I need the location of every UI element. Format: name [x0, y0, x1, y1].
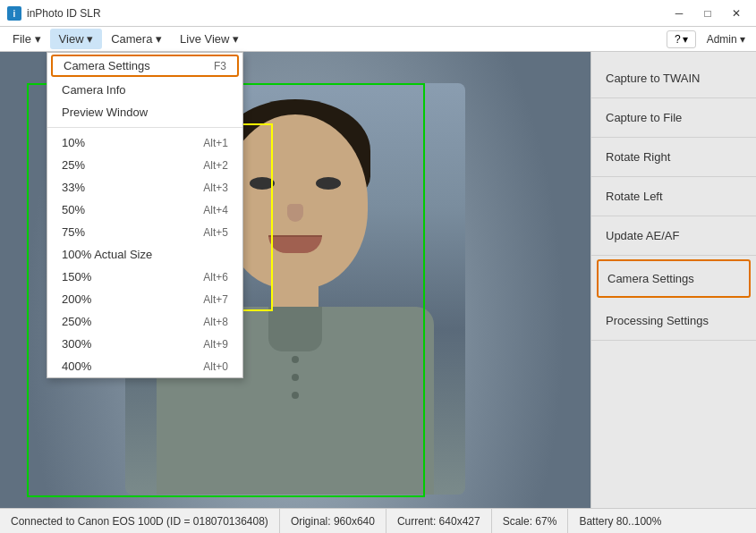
- status-connection: Connected to Canon EOS 100D (ID = 018070…: [0, 509, 280, 533]
- nose: [287, 204, 303, 222]
- processing-settings-button[interactable]: Processing Settings: [591, 301, 756, 341]
- dropdown-camera-settings[interactable]: Camera Settings F3: [51, 55, 239, 77]
- buttons-area: [292, 356, 299, 399]
- title-bar: i inPhoto ID SLR ─ □ ✕: [0, 0, 756, 27]
- close-button[interactable]: ✕: [724, 4, 749, 22]
- dropdown-50pct[interactable]: 50% Alt+4: [47, 199, 242, 221]
- status-scale: Scale: 67%: [492, 509, 569, 533]
- dropdown-33pct[interactable]: 33% Alt+3: [47, 176, 242, 199]
- dropdown-75pct[interactable]: 75% Alt+5: [47, 221, 242, 243]
- window-controls: ─ □ ✕: [667, 4, 749, 22]
- dropdown-300pct[interactable]: 300% Alt+9: [47, 333, 242, 355]
- menu-liveview[interactable]: Live View ▾: [171, 29, 248, 49]
- rotate-left-button[interactable]: Rotate Left: [591, 177, 756, 216]
- right-eye: [316, 177, 341, 190]
- dropdown-200pct[interactable]: 200% Alt+7: [47, 288, 242, 310]
- menu-bar-right: ? ▾ Admin ▾: [667, 30, 752, 48]
- dropdown-250pct[interactable]: 250% Alt+8: [47, 310, 242, 333]
- update-aeaf-button[interactable]: Update AE/AF: [591, 216, 756, 256]
- dropdown-camera-info[interactable]: Camera Info: [47, 79, 242, 101]
- dropdown-400pct[interactable]: 400% Alt+0: [47, 355, 242, 377]
- camera-settings-button[interactable]: Camera Settings: [597, 259, 751, 298]
- status-bar: Connected to Canon EOS 100D (ID = 018070…: [0, 508, 756, 533]
- menu-camera[interactable]: Camera ▾: [102, 29, 171, 49]
- status-battery: Battery 80..100%: [568, 509, 672, 533]
- svg-text:i: i: [13, 9, 16, 19]
- right-panel: Capture to TWAIN Capture to File Rotate …: [590, 52, 756, 508]
- dropdown-150pct[interactable]: 150% Alt+6: [47, 266, 242, 288]
- help-button[interactable]: ? ▾: [667, 30, 696, 48]
- view-dropdown: Camera Settings F3 Camera Info Preview W…: [47, 52, 243, 378]
- app-icon: i: [7, 6, 21, 21]
- rotate-right-button[interactable]: Rotate Right: [591, 138, 756, 177]
- menu-file[interactable]: File ▾: [4, 29, 50, 49]
- capture-file-button[interactable]: Capture to File: [591, 98, 756, 138]
- minimize-button[interactable]: ─: [667, 4, 692, 22]
- maximize-button[interactable]: □: [695, 4, 720, 22]
- dropdown-separator-1: [47, 127, 242, 128]
- person-face: [223, 114, 368, 289]
- dropdown-preview-window[interactable]: Preview Window: [47, 101, 242, 123]
- status-original: Original: 960x640: [280, 509, 386, 533]
- left-eye: [250, 177, 275, 190]
- admin-button[interactable]: Admin ▾: [700, 31, 752, 47]
- dropdown-100pct[interactable]: 100% Actual Size: [47, 243, 242, 266]
- dropdown-25pct[interactable]: 25% Alt+2: [47, 154, 242, 176]
- dropdown-10pct[interactable]: 10% Alt+1: [47, 131, 242, 154]
- collar: [268, 307, 322, 351]
- status-current: Current: 640x427: [386, 509, 492, 533]
- menu-view[interactable]: View ▾: [50, 29, 103, 49]
- capture-twain-button[interactable]: Capture to TWAIN: [591, 59, 756, 98]
- menu-bar: File ▾ View ▾ Camera ▾ Live View ▾ ? ▾ A…: [0, 27, 756, 52]
- mouth: [268, 235, 322, 253]
- app-title: inPhoto ID SLR: [27, 7, 101, 20]
